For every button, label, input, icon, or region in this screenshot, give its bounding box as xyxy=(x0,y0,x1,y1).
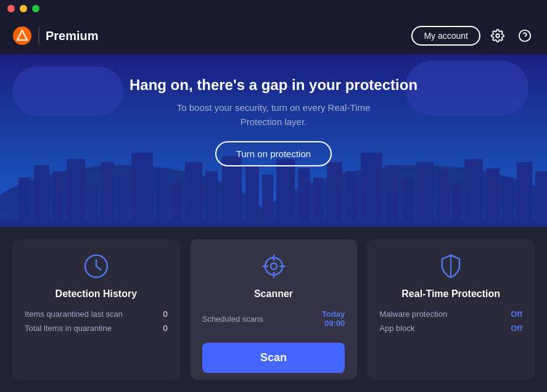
detection-history-icon-row xyxy=(25,251,168,281)
svg-rect-33 xyxy=(486,168,500,227)
total-quarantine-value: 0 xyxy=(163,324,167,333)
scanner-icon-row xyxy=(202,251,345,281)
scheduled-scans-value: Today09:00 xyxy=(322,309,345,328)
total-quarantine-row: Total items in quarantine 0 xyxy=(25,324,168,333)
svg-rect-26 xyxy=(361,153,382,227)
malware-protection-label: Malware protection xyxy=(379,309,447,319)
app-title: Premium xyxy=(46,29,99,43)
svg-rect-21 xyxy=(276,159,295,227)
turn-on-protection-button[interactable]: Turn on protection xyxy=(215,141,332,166)
total-quarantine-label: Total items in quarantine xyxy=(25,324,112,333)
scheduled-scans-row: Scheduled scans Today09:00 xyxy=(202,309,345,328)
avast-logo-icon xyxy=(12,26,32,46)
app-block-value: Off xyxy=(511,324,522,333)
header-divider xyxy=(38,27,39,44)
header-right: My account xyxy=(411,26,535,46)
shield-icon xyxy=(436,251,466,281)
malware-protection-value: Off xyxy=(511,309,522,319)
app-block-label: App block xyxy=(379,324,414,333)
header-left: Premium xyxy=(12,26,99,46)
gear-icon xyxy=(491,29,504,43)
svg-rect-34 xyxy=(503,178,514,227)
header: Premium My account xyxy=(0,17,547,54)
svg-rect-16 xyxy=(185,162,202,227)
banner-title: Hang on, there's a gap in your protectio… xyxy=(130,76,417,94)
svg-rect-31 xyxy=(452,181,461,227)
scheduled-scans-label: Scheduled scans xyxy=(202,314,263,324)
svg-rect-35 xyxy=(517,162,532,227)
svg-point-1 xyxy=(496,34,500,38)
svg-rect-9 xyxy=(67,159,85,227)
svg-rect-29 xyxy=(416,162,434,227)
svg-rect-14 xyxy=(156,168,168,227)
svg-rect-23 xyxy=(313,178,323,227)
maximize-button[interactable] xyxy=(32,5,39,12)
help-button[interactable] xyxy=(515,26,535,46)
banner: Hang on, there's a gap in your protectio… xyxy=(0,54,547,227)
scan-button[interactable]: Scan xyxy=(202,343,345,373)
svg-rect-7 xyxy=(34,165,49,227)
cards-section: Detection History Items quarantined last… xyxy=(0,227,547,392)
svg-point-40 xyxy=(271,263,277,269)
realtime-protection-icon-row xyxy=(379,251,522,281)
svg-rect-27 xyxy=(385,165,399,227)
svg-rect-28 xyxy=(402,178,413,227)
scanner-card: Scanner Scheduled scans Today09:00 Scan xyxy=(190,239,358,380)
svg-rect-20 xyxy=(262,174,273,227)
minimize-button[interactable] xyxy=(20,5,27,12)
svg-rect-36 xyxy=(535,171,547,227)
app-block-row: App block Off xyxy=(379,324,522,333)
svg-rect-24 xyxy=(327,162,342,227)
cloud-left-decoration xyxy=(12,67,123,116)
settings-button[interactable] xyxy=(488,26,508,46)
quarantined-last-scan-label: Items quarantined last scan xyxy=(25,309,123,319)
svg-rect-10 xyxy=(88,184,97,227)
svg-rect-11 xyxy=(101,162,114,227)
banner-subtitle: To boost your security, turn on every Re… xyxy=(177,101,370,129)
crosshair-icon xyxy=(259,251,289,281)
my-account-button[interactable]: My account xyxy=(411,26,480,46)
svg-rect-22 xyxy=(298,168,310,227)
svg-rect-25 xyxy=(345,171,358,227)
svg-rect-8 xyxy=(52,171,64,227)
scanner-title: Scanner xyxy=(202,288,345,300)
svg-rect-32 xyxy=(464,159,483,227)
quarantined-last-scan-value: 0 xyxy=(163,309,167,319)
titlebar xyxy=(0,0,547,17)
svg-rect-13 xyxy=(131,153,153,227)
malware-protection-row: Malware protection Off xyxy=(379,309,522,319)
svg-rect-17 xyxy=(205,171,218,227)
cloud-right-decoration xyxy=(405,60,528,116)
svg-rect-18 xyxy=(222,156,242,227)
help-icon xyxy=(518,29,532,43)
clock-icon xyxy=(81,251,111,281)
svg-rect-6 xyxy=(19,178,31,227)
svg-rect-12 xyxy=(117,174,128,227)
detection-history-card: Detection History Items quarantined last… xyxy=(12,239,180,380)
close-button[interactable] xyxy=(7,5,15,12)
quarantined-last-scan-row: Items quarantined last scan 0 xyxy=(25,309,168,319)
svg-rect-30 xyxy=(437,171,449,227)
svg-rect-19 xyxy=(245,165,259,227)
detection-history-title: Detection History xyxy=(25,288,168,300)
realtime-protection-card: Real-Time Protection Malware protection … xyxy=(367,239,535,380)
svg-rect-37 xyxy=(0,221,547,227)
svg-rect-15 xyxy=(171,181,181,227)
realtime-protection-title: Real-Time Protection xyxy=(379,288,522,300)
